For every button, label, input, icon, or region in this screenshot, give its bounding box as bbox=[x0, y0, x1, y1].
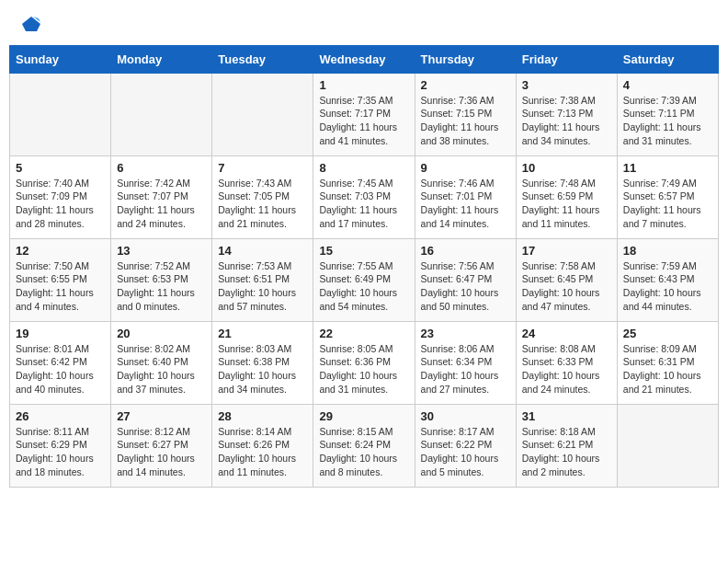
calendar-cell: 28Sunrise: 8:14 AMSunset: 6:26 PMDayligh… bbox=[212, 404, 313, 487]
calendar-cell: 13Sunrise: 7:52 AMSunset: 6:53 PMDayligh… bbox=[111, 238, 212, 321]
day-info: Sunrise: 8:14 AMSunset: 6:26 PMDaylight:… bbox=[218, 425, 307, 479]
calendar-cell: 19Sunrise: 8:01 AMSunset: 6:42 PMDayligh… bbox=[10, 321, 111, 404]
day-info: Sunrise: 8:15 AMSunset: 6:24 PMDaylight:… bbox=[319, 425, 408, 479]
calendar-week-row: 5Sunrise: 7:40 AMSunset: 7:09 PMDaylight… bbox=[10, 155, 719, 238]
calendar-week-row: 1Sunrise: 7:35 AMSunset: 7:17 PMDaylight… bbox=[10, 73, 719, 155]
calendar-cell bbox=[10, 73, 111, 155]
calendar-cell: 27Sunrise: 8:12 AMSunset: 6:27 PMDayligh… bbox=[111, 404, 212, 487]
day-info: Sunrise: 8:12 AMSunset: 6:27 PMDaylight:… bbox=[117, 425, 206, 479]
day-number: 8 bbox=[319, 161, 408, 175]
calendar-cell: 22Sunrise: 8:05 AMSunset: 6:36 PMDayligh… bbox=[313, 321, 415, 404]
day-info: Sunrise: 7:39 AMSunset: 7:11 PMDaylight:… bbox=[623, 94, 712, 148]
calendar-cell: 16Sunrise: 7:56 AMSunset: 6:47 PMDayligh… bbox=[415, 238, 516, 321]
day-number: 30 bbox=[421, 409, 510, 423]
calendar-cell bbox=[212, 73, 313, 155]
calendar-cell: 9Sunrise: 7:46 AMSunset: 7:01 PMDaylight… bbox=[415, 155, 516, 238]
day-number: 24 bbox=[522, 327, 611, 340]
day-info: Sunrise: 8:03 AMSunset: 6:38 PMDaylight:… bbox=[218, 342, 307, 396]
day-number: 4 bbox=[623, 78, 712, 92]
day-number: 5 bbox=[16, 161, 105, 175]
logo bbox=[18, 15, 42, 38]
calendar-cell: 1Sunrise: 7:35 AMSunset: 7:17 PMDaylight… bbox=[313, 73, 415, 155]
calendar-cell bbox=[617, 404, 718, 487]
calendar-cell: 7Sunrise: 7:43 AMSunset: 7:05 PMDaylight… bbox=[212, 155, 313, 238]
calendar-cell: 25Sunrise: 8:09 AMSunset: 6:31 PMDayligh… bbox=[617, 321, 718, 404]
calendar-cell: 4Sunrise: 7:39 AMSunset: 7:11 PMDaylight… bbox=[617, 73, 718, 155]
day-info: Sunrise: 7:40 AMSunset: 7:09 PMDaylight:… bbox=[16, 177, 105, 231]
weekday-header-wednesday: Wednesday bbox=[313, 45, 415, 73]
day-number: 28 bbox=[218, 409, 307, 423]
page-header bbox=[0, 0, 728, 45]
day-info: Sunrise: 7:45 AMSunset: 7:03 PMDaylight:… bbox=[319, 177, 408, 231]
day-info: Sunrise: 7:46 AMSunset: 7:01 PMDaylight:… bbox=[421, 177, 510, 231]
day-number: 11 bbox=[623, 161, 712, 175]
day-info: Sunrise: 7:50 AMSunset: 6:55 PMDaylight:… bbox=[16, 259, 105, 314]
day-number: 16 bbox=[421, 244, 510, 258]
day-info: Sunrise: 8:17 AMSunset: 6:22 PMDaylight:… bbox=[421, 425, 510, 479]
day-number: 23 bbox=[421, 327, 510, 340]
day-number: 3 bbox=[522, 78, 611, 92]
day-number: 1 bbox=[319, 78, 408, 92]
day-info: Sunrise: 7:38 AMSunset: 7:13 PMDaylight:… bbox=[522, 94, 611, 148]
day-info: Sunrise: 7:35 AMSunset: 7:17 PMDaylight:… bbox=[319, 94, 408, 148]
day-number: 13 bbox=[117, 244, 206, 258]
day-number: 12 bbox=[16, 244, 105, 258]
day-info: Sunrise: 7:43 AMSunset: 7:05 PMDaylight:… bbox=[218, 177, 307, 231]
day-number: 31 bbox=[522, 409, 611, 423]
calendar-cell: 24Sunrise: 8:08 AMSunset: 6:33 PMDayligh… bbox=[516, 321, 617, 404]
weekday-header-friday: Friday bbox=[516, 45, 617, 73]
calendar-cell: 31Sunrise: 8:18 AMSunset: 6:21 PMDayligh… bbox=[516, 404, 617, 487]
day-number: 10 bbox=[522, 161, 611, 175]
calendar-cell: 6Sunrise: 7:42 AMSunset: 7:07 PMDaylight… bbox=[111, 155, 212, 238]
calendar-cell: 2Sunrise: 7:36 AMSunset: 7:15 PMDaylight… bbox=[415, 73, 516, 155]
calendar-cell: 3Sunrise: 7:38 AMSunset: 7:13 PMDaylight… bbox=[516, 73, 617, 155]
day-info: Sunrise: 8:11 AMSunset: 6:29 PMDaylight:… bbox=[16, 425, 105, 479]
day-info: Sunrise: 8:09 AMSunset: 6:31 PMDaylight:… bbox=[623, 342, 712, 396]
calendar-cell: 5Sunrise: 7:40 AMSunset: 7:09 PMDaylight… bbox=[10, 155, 111, 238]
day-info: Sunrise: 7:53 AMSunset: 6:51 PMDaylight:… bbox=[218, 259, 307, 314]
weekday-header-thursday: Thursday bbox=[415, 45, 516, 73]
day-info: Sunrise: 7:59 AMSunset: 6:43 PMDaylight:… bbox=[623, 259, 712, 314]
calendar-cell: 29Sunrise: 8:15 AMSunset: 6:24 PMDayligh… bbox=[313, 404, 415, 487]
day-info: Sunrise: 7:42 AMSunset: 7:07 PMDaylight:… bbox=[117, 177, 206, 231]
day-info: Sunrise: 8:18 AMSunset: 6:21 PMDaylight:… bbox=[522, 425, 611, 479]
calendar-cell: 30Sunrise: 8:17 AMSunset: 6:22 PMDayligh… bbox=[415, 404, 516, 487]
day-number: 20 bbox=[117, 327, 206, 340]
calendar-cell: 26Sunrise: 8:11 AMSunset: 6:29 PMDayligh… bbox=[10, 404, 111, 487]
day-number: 9 bbox=[421, 161, 510, 175]
calendar-body: 1Sunrise: 7:35 AMSunset: 7:17 PMDaylight… bbox=[10, 73, 719, 487]
day-info: Sunrise: 7:56 AMSunset: 6:47 PMDaylight:… bbox=[421, 259, 510, 314]
calendar-cell: 8Sunrise: 7:45 AMSunset: 7:03 PMDaylight… bbox=[313, 155, 415, 238]
calendar-cell: 10Sunrise: 7:48 AMSunset: 6:59 PMDayligh… bbox=[516, 155, 617, 238]
day-number: 21 bbox=[218, 327, 307, 340]
calendar-cell: 11Sunrise: 7:49 AMSunset: 6:57 PMDayligh… bbox=[617, 155, 718, 238]
day-number: 15 bbox=[319, 244, 408, 258]
calendar-cell: 12Sunrise: 7:50 AMSunset: 6:55 PMDayligh… bbox=[10, 238, 111, 321]
calendar-cell: 15Sunrise: 7:55 AMSunset: 6:49 PMDayligh… bbox=[313, 238, 415, 321]
day-info: Sunrise: 7:49 AMSunset: 6:57 PMDaylight:… bbox=[623, 177, 712, 231]
weekday-header-tuesday: Tuesday bbox=[212, 45, 313, 73]
day-number: 6 bbox=[117, 161, 206, 175]
calendar-week-row: 26Sunrise: 8:11 AMSunset: 6:29 PMDayligh… bbox=[10, 404, 719, 487]
day-info: Sunrise: 8:02 AMSunset: 6:40 PMDaylight:… bbox=[117, 342, 206, 396]
day-number: 18 bbox=[623, 244, 712, 258]
day-info: Sunrise: 8:01 AMSunset: 6:42 PMDaylight:… bbox=[16, 342, 105, 396]
day-info: Sunrise: 8:06 AMSunset: 6:34 PMDaylight:… bbox=[421, 342, 510, 396]
calendar-table: SundayMondayTuesdayWednesdayThursdayFrid… bbox=[9, 45, 719, 488]
calendar-cell: 20Sunrise: 8:02 AMSunset: 6:40 PMDayligh… bbox=[111, 321, 212, 404]
day-number: 26 bbox=[16, 409, 105, 423]
day-info: Sunrise: 7:48 AMSunset: 6:59 PMDaylight:… bbox=[522, 177, 611, 231]
day-info: Sunrise: 7:58 AMSunset: 6:45 PMDaylight:… bbox=[522, 259, 611, 314]
day-info: Sunrise: 8:05 AMSunset: 6:36 PMDaylight:… bbox=[319, 342, 408, 396]
calendar-cell: 14Sunrise: 7:53 AMSunset: 6:51 PMDayligh… bbox=[212, 238, 313, 321]
calendar-cell: 17Sunrise: 7:58 AMSunset: 6:45 PMDayligh… bbox=[516, 238, 617, 321]
calendar-cell bbox=[111, 73, 212, 155]
day-info: Sunrise: 7:36 AMSunset: 7:15 PMDaylight:… bbox=[421, 94, 510, 148]
calendar-week-row: 19Sunrise: 8:01 AMSunset: 6:42 PMDayligh… bbox=[10, 321, 719, 404]
calendar-wrapper: SundayMondayTuesdayWednesdayThursdayFrid… bbox=[0, 45, 728, 497]
day-info: Sunrise: 8:08 AMSunset: 6:33 PMDaylight:… bbox=[522, 342, 611, 396]
day-number: 7 bbox=[218, 161, 307, 175]
weekday-header-row: SundayMondayTuesdayWednesdayThursdayFrid… bbox=[10, 45, 719, 73]
weekday-header-saturday: Saturday bbox=[617, 45, 718, 73]
day-number: 17 bbox=[522, 244, 611, 258]
